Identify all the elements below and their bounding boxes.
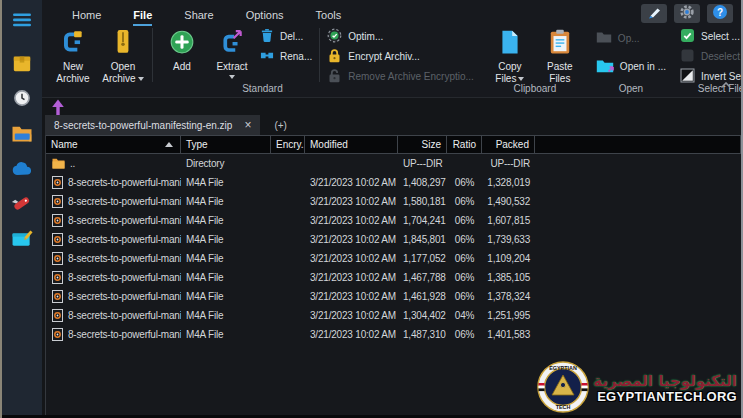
main-area: Home File Share Options Tools <box>42 0 741 418</box>
file-type: M4A File <box>181 215 271 226</box>
add-button[interactable]: Add <box>157 26 207 73</box>
file-packed: 1,607,815 <box>482 215 535 226</box>
media-icon <box>52 290 63 303</box>
file-size: 1,177,052 <box>398 253 447 264</box>
table-row[interactable]: 8-secrets-to-powerful-manifesti... M4A F… <box>46 249 741 268</box>
column-header-ratio[interactable]: Ratio <box>447 136 482 153</box>
file-packed: 1,401,583 <box>482 329 535 340</box>
open-stack: Op... Open in ... <box>593 26 669 74</box>
media-icon <box>52 271 63 284</box>
media-icon <box>52 195 63 208</box>
column-header-packed[interactable]: Packed <box>482 136 535 153</box>
file-list-body: .. Directory UP---DIR UP---DIR 8-secrets… <box>46 154 741 344</box>
ribbon-group-open: Op... Open in ... Open <box>593 26 669 96</box>
ribbon-separator <box>319 28 320 82</box>
file-name: 8-secrets-to-powerful-manifesti... <box>68 291 181 302</box>
sidebar-item-cloud[interactable] <box>7 156 37 184</box>
file-modified: 3/21/2023 10:02 AM <box>305 215 398 226</box>
ribbon-group-clipboard: CopyFiles PasteFiles Clipboard <box>485 26 585 96</box>
file-size: 1,304,402 <box>398 310 447 321</box>
table-row[interactable]: 8-secrets-to-powerful-manifesti... M4A F… <box>46 287 741 306</box>
column-header-encrypted[interactable]: Encry... <box>271 136 305 153</box>
menu-home[interactable]: Home <box>72 9 101 26</box>
delete-icon <box>260 28 274 45</box>
archive-tab[interactable]: 8-secrets-to-powerful-manifesting-en.zip… <box>45 115 260 135</box>
open-in-button[interactable]: Open in ... <box>593 59 669 74</box>
file-size: 1,704,241 <box>398 215 447 226</box>
add-label: Add <box>173 61 191 73</box>
file-name: 8-secrets-to-powerful-manifesti... <box>68 329 181 340</box>
select-stack: Select ... Deselect ... <box>677 26 743 84</box>
file-name: 8-secrets-to-powerful-manifesti... <box>68 215 181 226</box>
file-modified: 3/21/2023 10:02 AM <box>305 234 398 245</box>
sidebar-item-menu[interactable] <box>7 8 37 36</box>
copy-files-icon <box>497 29 523 59</box>
open-archive-button[interactable]: OpenArchive <box>98 26 148 84</box>
menu-file[interactable]: File <box>133 9 152 26</box>
file-packed: 1,739,633 <box>482 234 535 245</box>
media-icon <box>52 233 63 246</box>
file-packed: 1,109,204 <box>482 253 535 264</box>
table-row[interactable]: .. Directory UP---DIR UP---DIR <box>46 154 741 173</box>
table-row[interactable]: 8-secrets-to-powerful-manifesti... M4A F… <box>46 325 741 344</box>
open-in-label: Open in ... <box>620 61 666 72</box>
ribbon-collapse-button[interactable] <box>721 74 731 92</box>
folder-disabled-icon <box>596 31 612 46</box>
dropdown-caret-icon <box>229 75 235 79</box>
deselect-label: Deselect ... <box>701 51 743 62</box>
select-checkbox-icon <box>680 28 695 45</box>
file-ratio: 06% <box>447 196 482 207</box>
encrypt-button[interactable]: Encrypt Archiv... <box>324 49 477 64</box>
file-name: 8-secrets-to-powerful-manifesti... <box>68 196 181 207</box>
hamburger-menu-icon <box>12 13 32 31</box>
deselect-button[interactable]: Deselect ... <box>677 49 743 64</box>
help-button[interactable]: ? <box>707 4 733 23</box>
table-row[interactable]: 8-secrets-to-powerful-manifesti... M4A F… <box>46 211 741 230</box>
group-label-standard: Standard <box>48 83 477 95</box>
sidebar-item-edit[interactable] <box>7 226 37 254</box>
table-row[interactable]: 8-secrets-to-powerful-manifesti... M4A F… <box>46 192 741 211</box>
new-archive-button[interactable]: NewArchive <box>48 26 98 84</box>
tab-close-button[interactable]: × <box>244 119 251 131</box>
tab-label: 8-secrets-to-powerful-manifesting-en.zip <box>54 120 232 131</box>
ribbon-group-select-files: Select ... Deselect ... <box>677 26 743 96</box>
sidebar-item-browse[interactable] <box>7 121 37 149</box>
paste-files-button[interactable]: PasteFiles <box>535 26 585 84</box>
new-tab-button[interactable]: (+) <box>260 115 301 135</box>
file-size: 1,461,928 <box>398 291 447 302</box>
column-header-type[interactable]: Type <box>181 136 271 153</box>
rename-button[interactable]: Rena... <box>257 49 315 64</box>
settings-button[interactable] <box>674 4 700 23</box>
sidebar-item-recent[interactable] <box>7 86 37 114</box>
table-row[interactable]: 8-secrets-to-powerful-manifesti... M4A F… <box>46 173 741 192</box>
invert-selection-button[interactable]: Invert Selecti... <box>677 69 743 84</box>
sidebar-item-tools[interactable] <box>7 191 37 219</box>
menu-tools[interactable]: Tools <box>316 9 342 26</box>
column-header-size[interactable]: Size <box>398 136 447 153</box>
file-modified: 3/21/2023 10:02 AM <box>305 272 398 283</box>
table-row[interactable]: 8-secrets-to-powerful-manifesti... M4A F… <box>46 306 741 325</box>
column-header-modified[interactable]: Modified <box>305 136 398 153</box>
media-icon <box>52 328 63 341</box>
rename-label: Rena... <box>280 51 312 62</box>
file-type: M4A File <box>181 177 271 188</box>
window-edge-left <box>0 0 2 418</box>
table-row[interactable]: 8-secrets-to-powerful-manifesti... M4A F… <box>46 230 741 249</box>
open-folder-button[interactable]: Op... <box>593 31 669 46</box>
table-row[interactable]: 8-secrets-to-powerful-manifesti... M4A F… <box>46 268 741 287</box>
file-name: 8-secrets-to-powerful-manifesti... <box>68 177 181 188</box>
optimize-button[interactable]: Optim... <box>324 29 477 44</box>
column-header-name[interactable]: Name <box>46 136 181 153</box>
delete-button[interactable]: Del... <box>257 29 315 44</box>
sidebar-item-archive[interactable] <box>7 51 37 79</box>
select-button[interactable]: Select ... <box>677 29 743 44</box>
theme-button[interactable] <box>641 4 667 23</box>
copy-files-button[interactable]: CopyFiles <box>485 26 535 84</box>
file-size: UP---DIR <box>398 158 447 169</box>
menu-share[interactable]: Share <box>184 9 213 26</box>
extract-button[interactable]: Extract <box>207 26 257 79</box>
file-size: 1,467,788 <box>398 272 447 283</box>
help-icon: ? <box>712 4 728 24</box>
menu-options[interactable]: Options <box>246 9 284 26</box>
remove-encryption-button[interactable]: Remove Archive Encryptio... <box>324 69 477 84</box>
